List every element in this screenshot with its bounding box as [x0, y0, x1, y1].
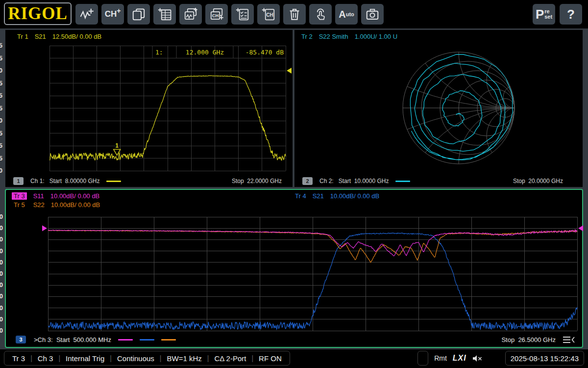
- ch3-start: >Ch 3: Start 500.000 MHz: [34, 336, 111, 343]
- mute-icon[interactable]: [472, 354, 483, 363]
- table-plus-icon: [157, 7, 172, 22]
- status-item: Continuous: [117, 354, 154, 363]
- add-channel-icon: CH+: [105, 9, 121, 19]
- status-right-group: Rmt LXI 2025-08-13 15:22:43: [417, 351, 584, 366]
- add-channel-button[interactable]: CH+: [101, 4, 124, 25]
- trace5-color-swatch: [161, 339, 176, 341]
- menu-icon[interactable]: [563, 336, 575, 343]
- trace2-color-swatch: [395, 181, 410, 182]
- camera-icon: [365, 7, 380, 22]
- save-channel-button[interactable]: CH: [257, 4, 280, 25]
- delete-button[interactable]: [283, 4, 306, 25]
- ch1-start: Start 8.00000 GHz: [49, 178, 100, 184]
- auto-icon: Auto: [339, 9, 354, 20]
- status-spacer-box: [417, 351, 428, 366]
- trace-window-plus-icon: [183, 7, 198, 22]
- channel3-window[interactable]: Tr 3S1110.00dB/ 0.00 dB Tr 4S2110.00dB/ …: [5, 189, 583, 348]
- remote-indicator: Rmt: [434, 354, 447, 362]
- lxi-logo: LXI: [453, 354, 466, 363]
- y-axis-label: -10: [0, 236, 3, 243]
- y-axis-label: -50: [0, 281, 3, 289]
- y-axis-label: -100: [0, 167, 2, 174]
- preset-icon: P: [536, 7, 544, 22]
- status-separator: |: [207, 354, 209, 362]
- y-axis-label: 25: [0, 42, 2, 49]
- svg-text:1: 1: [115, 142, 119, 149]
- help-button[interactable]: ?: [560, 4, 582, 25]
- y-axis-label: -37.5: [0, 105, 2, 112]
- y-axis-label: -70: [0, 304, 3, 312]
- y-axis-label: -40: [0, 270, 3, 277]
- status-item: CΔ 2-Port: [214, 354, 246, 363]
- ch1-badge[interactable]: 1: [13, 177, 24, 185]
- trace3-label[interactable]: Tr 3S1110.00dB/ 0.00 dB: [12, 192, 99, 200]
- status-separator: |: [160, 354, 162, 362]
- channel2-window[interactable]: Tr 2S22 Smith1.000U/ 1.00 U 2 Ch 2: Star…: [294, 29, 583, 187]
- trace2-label[interactable]: Tr 2S22 Smith1.000U/ 1.00 U: [301, 33, 397, 40]
- window-layout-button[interactable]: [127, 4, 150, 25]
- add-trace-window-button[interactable]: [179, 4, 202, 25]
- ch3-footer: 3 >Ch 3: Start 500.000 MHz Stop 26.5000 …: [16, 336, 575, 343]
- add-trace-button[interactable]: [75, 4, 98, 25]
- ch3-plot[interactable]: [41, 216, 585, 333]
- trace3-color-swatch: [118, 339, 133, 341]
- y-axis-label: -60: [0, 292, 3, 300]
- ch1-plot[interactable]: 1:12.000 GHz-85.470 dB1: [49, 46, 293, 171]
- screenshot-button[interactable]: [361, 4, 384, 25]
- trace4-color-swatch: [140, 339, 154, 341]
- status-separator: |: [58, 354, 60, 362]
- y-axis-label: -75: [0, 142, 2, 149]
- y-axis-label: -50: [0, 117, 2, 124]
- ch3-badge[interactable]: 3: [16, 336, 26, 343]
- status-item: RF ON: [259, 354, 282, 363]
- y-axis-label: -12.5: [0, 79, 2, 87]
- svg-text:CH: CH: [266, 12, 273, 18]
- top-toolbar: RIGOL CH+CHCHAuto P re set ?: [0, 0, 588, 28]
- y-axis-label: -25: [0, 92, 2, 99]
- add-trace-icon: [79, 7, 94, 22]
- status-bar: Tr 3|Ch 3|Internal Trig|Continuous|BW=1 …: [0, 349, 588, 368]
- status-item: Tr 3: [12, 354, 25, 363]
- channel-window-plus-icon: CH: [209, 7, 224, 22]
- toolbar-right-group: P re set ?: [533, 4, 582, 25]
- ch1-stop: Stop 22.0000 GHz: [232, 178, 282, 184]
- ch2-footer: 2 Ch 2: Start 10.0000 GHz Stop 20.0000 G…: [302, 177, 563, 185]
- status-item: BW=1 kHz: [167, 354, 201, 363]
- status-left-box: Tr 3|Ch 3|Internal Trig|Continuous|BW=1 …: [4, 351, 290, 366]
- add-channel-window-button[interactable]: CH: [205, 4, 228, 25]
- toolbar-button-group: CH+CHCHAuto: [75, 4, 384, 25]
- channel1-window[interactable]: Tr 1S2112.50dB/ 0.00 dB 2512.50-12.5-25-…: [5, 29, 293, 187]
- help-icon: ?: [567, 7, 575, 22]
- y-axis-label: -87.5: [0, 155, 2, 162]
- channel-doc-plus-icon: CH: [261, 7, 276, 22]
- y-axis-label: 0: [0, 67, 2, 74]
- trace4-label[interactable]: Tr 4S2110.00dB/ 0.00 dB: [295, 192, 379, 200]
- ch2-start: Start 10.0000 GHz: [339, 178, 389, 184]
- ch2-badge[interactable]: 2: [302, 177, 313, 185]
- channel-table-button[interactable]: [153, 4, 176, 25]
- auto-scale-button[interactable]: Auto: [335, 4, 358, 25]
- status-item: Internal Trig: [66, 354, 104, 363]
- svg-text:12.000 GHz: 12.000 GHz: [186, 49, 224, 56]
- touch-button[interactable]: [309, 4, 332, 25]
- trace1-label[interactable]: Tr 1S2112.50dB/ 0.00 dB: [17, 33, 101, 40]
- trash-icon: [287, 7, 302, 22]
- status-separator: |: [251, 354, 253, 362]
- y-axis-label: -80: [0, 315, 3, 323]
- ch3-stop: Stop 26.5000 GHz: [501, 336, 556, 343]
- y-axis-label: -20: [0, 247, 3, 255]
- svg-text:-85.470 dB: -85.470 dB: [245, 49, 284, 56]
- checklist-plus-icon: [235, 7, 250, 22]
- windows-icon: [131, 7, 146, 22]
- y-axis-label: 0: [0, 224, 3, 232]
- trace5-label[interactable]: Tr 5S2210.00dB/ 0.00 dB: [12, 201, 100, 209]
- status-separator: |: [30, 354, 32, 362]
- ch2-stop: Stop 20.0000 GHz: [513, 178, 563, 184]
- measure-setup-button[interactable]: [231, 4, 254, 25]
- y-axis-label: 10: [0, 213, 3, 220]
- status-separator: |: [110, 354, 112, 362]
- preset-button[interactable]: P re set: [533, 4, 555, 25]
- ch1-footer: 1 Ch 1: Start 8.00000 GHz Stop 22.0000 G…: [13, 177, 282, 185]
- trace1-color-swatch: [106, 181, 121, 182]
- ch2-smith-plot[interactable]: [400, 49, 517, 167]
